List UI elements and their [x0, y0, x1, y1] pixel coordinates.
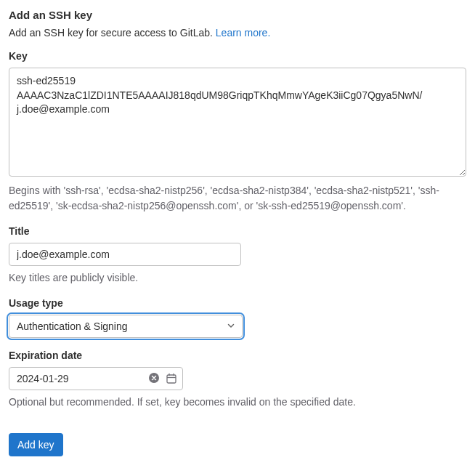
- calendar-icon[interactable]: [166, 373, 177, 384]
- title-input[interactable]: [9, 243, 241, 266]
- expiration-date-label: Expiration date: [9, 350, 466, 361]
- expiration-help-text: Optional but recommended. If set, key be…: [9, 395, 466, 410]
- page-heading: Add an SSH key: [9, 9, 466, 21]
- add-key-button[interactable]: Add key: [9, 433, 63, 456]
- key-textarea[interactable]: ssh-ed25519 AAAAC3NzaC1lZDI1NTE5AAAAIJ81…: [9, 68, 466, 177]
- svg-rect-1: [167, 375, 176, 383]
- description-text: Add an SSH key for secure access to GitL…: [9, 27, 216, 39]
- usage-type-label: Usage type: [9, 297, 466, 309]
- clear-date-button[interactable]: [148, 372, 160, 386]
- key-label: Key: [9, 50, 466, 62]
- title-label: Title: [9, 225, 466, 237]
- page-description: Add an SSH key for secure access to GitL…: [9, 27, 466, 39]
- learn-more-link[interactable]: Learn more.: [216, 27, 270, 39]
- key-help-text: Begins with 'ssh-rsa', 'ecdsa-sha2-nistp…: [9, 183, 466, 214]
- usage-type-select[interactable]: Authentication & Signing: [9, 315, 243, 338]
- title-help-text: Key titles are publicly visible.: [9, 270, 466, 286]
- close-circle-icon: [148, 372, 160, 386]
